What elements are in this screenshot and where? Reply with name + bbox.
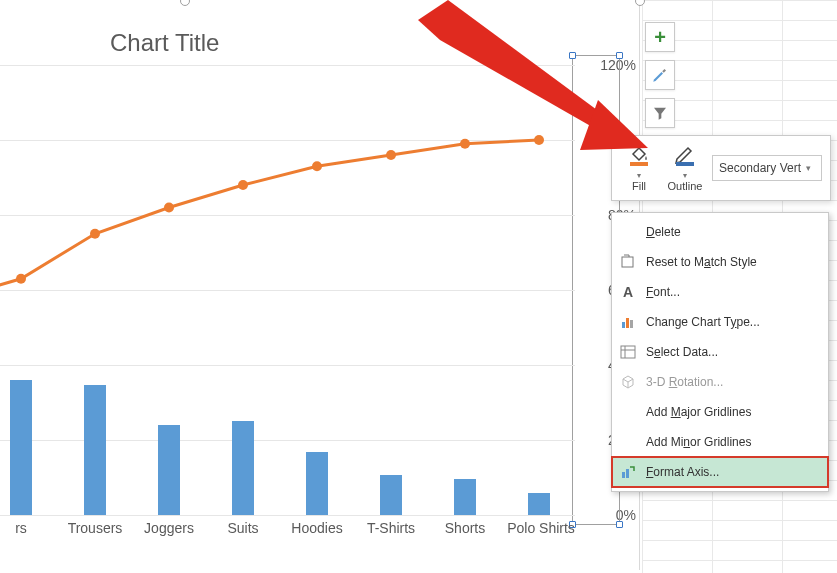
fill-bucket-icon (627, 144, 651, 166)
svg-rect-11 (622, 322, 625, 328)
reset-icon (618, 252, 638, 272)
menu-add-minor-gridlines[interactable]: Add Minor Gridlines (612, 427, 828, 457)
chart-area[interactable]: Chart Title 120% 100% 80% 60% 40% 20% 0% (0, 0, 640, 570)
svg-rect-13 (630, 320, 633, 328)
category-label: Joggers (137, 521, 201, 536)
svg-point-7 (534, 135, 544, 145)
funnel-icon (652, 105, 668, 121)
line-series[interactable] (0, 65, 575, 515)
menu-label: 3-D Rotation... (646, 375, 723, 389)
category-axis-labels: rs Trousers Joggers Suits Hoodies T-Shir… (0, 515, 575, 555)
svg-point-1 (90, 229, 100, 239)
chart-elements-button[interactable]: + (645, 22, 675, 52)
menu-delete[interactable]: Delete (612, 217, 828, 247)
menu-select-data[interactable]: Select Data... (612, 337, 828, 367)
fill-button[interactable]: ▾ Fill (620, 144, 658, 192)
svg-rect-18 (626, 469, 629, 478)
selection-handle[interactable] (616, 52, 623, 59)
chart-title[interactable]: Chart Title (110, 29, 219, 57)
chart-resize-handle[interactable] (180, 0, 190, 6)
plus-icon: + (654, 26, 666, 49)
pen-icon (673, 144, 697, 166)
svg-point-0 (16, 274, 26, 284)
plot-area[interactable]: rs Trousers Joggers Suits Hoodies T-Shir… (0, 65, 575, 515)
selection-handle[interactable] (569, 52, 576, 59)
format-axis-icon (618, 462, 638, 482)
category-label: Shorts (433, 521, 497, 536)
menu-label: Add Minor Gridlines (646, 435, 751, 449)
menu-3d-rotation: 3-D Rotation... (612, 367, 828, 397)
svg-rect-14 (621, 346, 635, 358)
outline-button[interactable]: ▾ Outline (666, 144, 704, 192)
category-label: rs (0, 521, 53, 536)
menu-label: Delete (646, 225, 681, 239)
dropdown-label: Secondary Vert (719, 161, 801, 175)
brush-icon (651, 66, 669, 84)
font-icon: A (618, 282, 638, 302)
menu-add-major-gridlines[interactable]: Add Major Gridlines (612, 397, 828, 427)
svg-point-4 (312, 161, 322, 171)
category-label: Hoodies (285, 521, 349, 536)
svg-point-3 (238, 180, 248, 190)
svg-point-6 (460, 139, 470, 149)
fill-label: Fill (620, 180, 658, 192)
menu-change-chart-type[interactable]: Change Chart Type... (612, 307, 828, 337)
svg-rect-12 (626, 318, 629, 328)
menu-label: Format Axis... (646, 465, 719, 479)
chart-filters-button[interactable] (645, 98, 675, 128)
menu-label: Font... (646, 285, 680, 299)
menu-label: Add Major Gridlines (646, 405, 751, 419)
cube-icon (618, 372, 638, 392)
mini-toolbar: ▾ Fill ▾ Outline Secondary Vert (611, 135, 831, 201)
menu-label: Reset to Match Style (646, 255, 757, 269)
chart-styles-button[interactable] (645, 60, 675, 90)
menu-font[interactable]: A Font... (612, 277, 828, 307)
chart-type-icon (618, 312, 638, 332)
outline-label: Outline (666, 180, 704, 192)
blank-icon (618, 402, 638, 422)
category-label: Trousers (63, 521, 127, 536)
menu-label: Change Chart Type... (646, 315, 760, 329)
category-label: Suits (211, 521, 275, 536)
blank-icon (618, 222, 638, 242)
svg-rect-10 (622, 257, 633, 267)
category-label: T-Shirts (359, 521, 423, 536)
svg-point-5 (386, 150, 396, 160)
selection-handle[interactable] (616, 521, 623, 528)
svg-rect-17 (622, 472, 625, 478)
svg-rect-8 (630, 162, 648, 166)
select-data-icon (618, 342, 638, 362)
svg-point-2 (164, 203, 174, 213)
menu-reset-style[interactable]: Reset to Match Style (612, 247, 828, 277)
blank-icon (618, 432, 638, 452)
context-menu: Delete Reset to Match Style A Font... Ch… (611, 212, 829, 492)
menu-format-axis[interactable]: Format Axis... (612, 457, 828, 487)
category-label: Polo Shirts (505, 521, 577, 536)
chart-object-dropdown[interactable]: Secondary Vert (712, 155, 822, 181)
svg-rect-9 (676, 162, 694, 166)
menu-label: Select Data... (646, 345, 718, 359)
